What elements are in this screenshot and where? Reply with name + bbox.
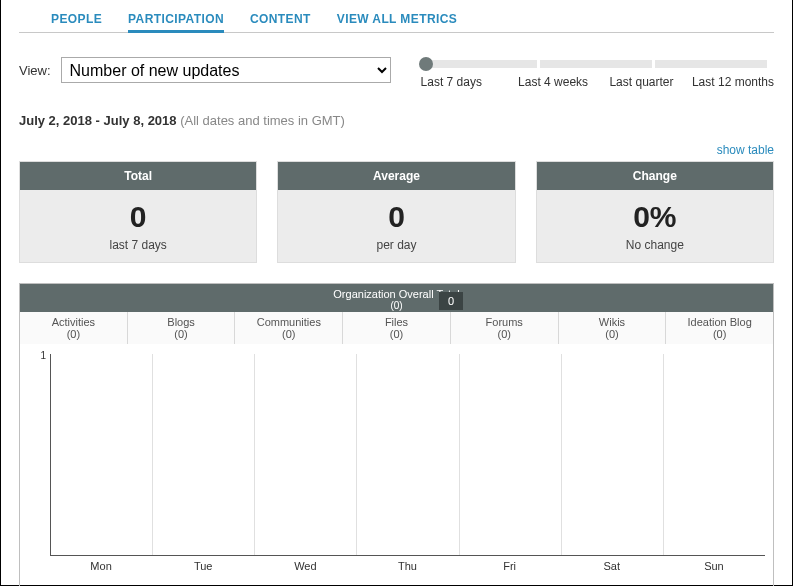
y-tick: 1 [40, 350, 46, 361]
x-tick: Sat [561, 560, 663, 572]
range-segment[interactable] [655, 60, 767, 68]
card-change-value: 0% [537, 200, 773, 234]
range-option-12m[interactable]: Last 12 months [686, 75, 774, 89]
date-gmt-note: (All dates and times in GMT) [177, 113, 345, 128]
series-tab-activities[interactable]: Activities(0) [20, 312, 128, 344]
tab-content[interactable]: CONTENT [250, 12, 311, 32]
series-tab-ideation-blog[interactable]: Ideation Blog(0) [666, 312, 773, 344]
card-average-title: Average [278, 162, 514, 190]
chart-plot [50, 354, 765, 556]
card-total-sub: last 7 days [20, 238, 256, 252]
chart-grid-cell [51, 354, 153, 555]
card-average: Average 0 per day [277, 161, 515, 263]
card-average-value: 0 [278, 200, 514, 234]
metric-tabs: PEOPLE PARTICIPATION CONTENT VIEW ALL ME… [19, 4, 774, 33]
chart-x-axis: Mon Tue Wed Thu Fri Sat Sun [50, 560, 765, 572]
tab-people[interactable]: PEOPLE [51, 12, 102, 32]
series-tab-blogs[interactable]: Blogs(0) [128, 312, 236, 344]
chart-header-title: Organization Overall Total [20, 288, 773, 300]
x-tick: Tue [152, 560, 254, 572]
chart-grid-cell [153, 354, 255, 555]
x-tick: Fri [459, 560, 561, 572]
card-change-title: Change [537, 162, 773, 190]
tab-participation[interactable]: PARTICIPATION [128, 12, 224, 32]
view-label: View: [19, 63, 51, 78]
card-change-sub: No change [537, 238, 773, 252]
show-table-link[interactable]: show table [717, 143, 774, 157]
x-tick: Thu [356, 560, 458, 572]
chart-grid-cell [255, 354, 357, 555]
slider-handle-icon[interactable] [419, 57, 433, 71]
date-start: July 2, 2018 [19, 113, 92, 128]
chart-header: Organization Overall Total (0) 0 [20, 284, 773, 312]
chart-grid-cell [357, 354, 459, 555]
series-tabs: Activities(0) Blogs(0) Communities(0) Fi… [20, 312, 773, 344]
series-tab-forums[interactable]: Forums(0) [451, 312, 559, 344]
x-tick: Wed [254, 560, 356, 572]
series-tab-files[interactable]: Files(0) [343, 312, 451, 344]
card-change: Change 0% No change [536, 161, 774, 263]
chart-grid-cell [460, 354, 562, 555]
x-tick: Sun [663, 560, 765, 572]
card-total-value: 0 [20, 200, 256, 234]
chart-grid-cell [562, 354, 664, 555]
view-select[interactable]: Number of new updates [61, 57, 391, 83]
series-tab-wikis[interactable]: Wikis(0) [559, 312, 667, 344]
chart-y-axis: 1 [20, 344, 50, 574]
x-tick: Mon [50, 560, 152, 572]
date-end: July 8, 2018 [104, 113, 177, 128]
series-tab-communities[interactable]: Communities(0) [235, 312, 343, 344]
chart-header-badge: 0 [439, 292, 463, 310]
date-range-line: July 2, 2018 - July 8, 2018 (All dates a… [19, 113, 774, 128]
range-segment[interactable] [425, 60, 537, 68]
range-segment[interactable] [540, 60, 652, 68]
card-total: Total 0 last 7 days [19, 161, 257, 263]
tab-view-all-metrics[interactable]: VIEW ALL METRICS [337, 12, 457, 32]
range-option-4w[interactable]: Last 4 weeks [509, 75, 597, 89]
chart-grid-cell [664, 354, 765, 555]
range-option-7d[interactable]: Last 7 days [421, 75, 509, 89]
chart-container: Organization Overall Total (0) 0 Activit… [19, 283, 774, 586]
chart-header-count: (0) [20, 300, 773, 311]
card-average-sub: per day [278, 238, 514, 252]
range-option-q[interactable]: Last quarter [597, 75, 685, 89]
time-range-slider[interactable]: Last 7 days Last 4 weeks Last quarter La… [421, 57, 774, 89]
card-total-title: Total [20, 162, 256, 190]
